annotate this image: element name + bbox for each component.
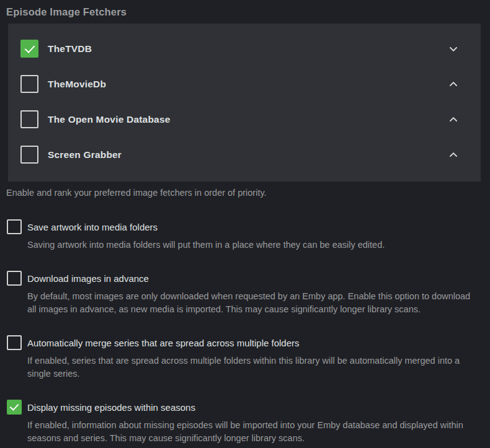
fetcher-row-open-movie-database: The Open Movie Database <box>20 102 460 137</box>
merge-series-checkbox[interactable] <box>7 335 22 350</box>
reorder-chevron-button[interactable] <box>447 113 460 126</box>
fetcher-checkbox-open-movie-database[interactable] <box>20 110 38 128</box>
option-description: By default, most images are only downloa… <box>27 290 481 316</box>
reorder-chevron-button[interactable] <box>447 77 460 91</box>
display-missing-episodes-checkbox[interactable] <box>7 400 22 415</box>
option-description: If enabled, series that are spread acros… <box>27 354 481 380</box>
reorder-chevron-button[interactable] <box>447 42 460 56</box>
fetcher-row-thetvdb: TheTVDB <box>20 31 460 66</box>
section-title: Episode Image Fetchers <box>6 6 490 19</box>
option-label: Download images in advance <box>27 273 149 284</box>
fetcher-checkbox-screen-grabber[interactable] <box>20 146 38 164</box>
option-label: Automatically merge series that are spre… <box>27 338 300 348</box>
chevron-up-icon <box>447 78 460 90</box>
option-description: Saving artwork into media folders will p… <box>27 239 481 252</box>
episode-image-fetchers-settings: Episode Image Fetchers TheTVDB TheMovieD… <box>0 6 490 448</box>
option-save-artwork: Save artwork into media folders Saving a… <box>7 219 481 252</box>
option-label-row: Display missing episodes within seasons <box>7 400 481 415</box>
fetcher-row-screen-grabber: Screen Grabber <box>20 137 460 172</box>
chevron-up-icon <box>447 113 460 126</box>
library-options-list: Save artwork into media folders Saving a… <box>7 219 481 445</box>
option-description: If enabled, information about missing ep… <box>27 419 481 445</box>
option-merge-series: Automatically merge series that are spre… <box>7 335 481 380</box>
option-label-row: Download images in advance <box>7 271 481 286</box>
option-display-missing-episodes: Display missing episodes within seasons … <box>7 400 481 445</box>
fetcher-checkbox-themoviedb[interactable] <box>20 75 38 93</box>
fetcher-label: TheTVDB <box>48 43 92 55</box>
option-label: Save artwork into media folders <box>27 222 158 232</box>
reorder-chevron-button[interactable] <box>447 148 460 162</box>
fetcher-label: TheMovieDb <box>48 79 106 90</box>
option-download-images-in-advance: Download images in advance By default, m… <box>7 271 481 316</box>
fetchers-help-text: Enable and rank your preferred image fet… <box>6 188 481 198</box>
image-fetchers-panel: TheTVDB TheMovieDb The Open Movie Databa… <box>8 24 481 182</box>
save-artwork-checkbox[interactable] <box>7 219 22 234</box>
fetcher-row-themoviedb: TheMovieDb <box>20 66 460 102</box>
download-images-checkbox[interactable] <box>7 271 22 286</box>
chevron-up-icon <box>447 149 460 161</box>
fetcher-checkbox-thetvdb[interactable] <box>20 40 38 58</box>
option-label-row: Save artwork into media folders <box>7 219 481 234</box>
option-label: Display missing episodes within seasons <box>27 402 195 413</box>
chevron-down-icon <box>447 43 460 55</box>
option-label-row: Automatically merge series that are spre… <box>7 335 481 350</box>
fetcher-label: The Open Movie Database <box>48 114 171 125</box>
fetcher-label: Screen Grabber <box>48 149 122 160</box>
